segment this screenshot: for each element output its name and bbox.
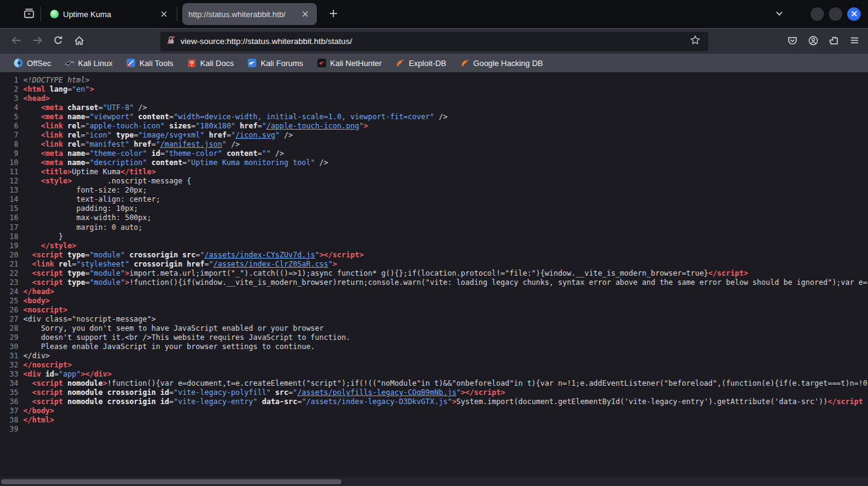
source-line: 30 Please enable JavaScript in your brow… — [0, 342, 868, 352]
source-line: 16 max-width: 500px; — [0, 213, 868, 223]
menu-button[interactable] — [844, 31, 865, 52]
url-bar[interactable]: view-source:http://status.whiterabbit.ht… — [160, 32, 708, 51]
source-link[interactable]: /assets/index-ClrZ0SaR.css — [213, 260, 328, 268]
source-line: 4 <meta charset="UTF-8" /> — [0, 103, 868, 112]
source-line: 37</body> — [0, 407, 868, 416]
bookmark-star-button[interactable] — [686, 33, 703, 50]
forward-icon — [32, 35, 43, 48]
kali-forums-icon — [247, 58, 257, 68]
bookmarks-bar: OffSecKali LinuxKali ToolsKali DocsKali … — [0, 54, 868, 72]
source-link[interactable]: /assets/index-CYsZUv7d.js — [204, 251, 315, 259]
source-link[interactable]: /manifest.json — [160, 140, 222, 149]
bookmark-kali-tools[interactable]: Kali Tools — [121, 57, 178, 69]
reload-button[interactable] — [48, 31, 69, 52]
star-icon — [690, 35, 700, 48]
source-link[interactable]: /icon.svg — [236, 131, 275, 139]
extensions-button[interactable] — [823, 31, 844, 52]
line-number: 10 — [0, 158, 18, 168]
source-line: 22 <script type="module">import.meta.url… — [0, 269, 868, 278]
firefox-view-button[interactable] — [18, 4, 39, 24]
source-line: 9 <meta name="theme-color" id="theme-col… — [0, 149, 868, 158]
source-line: 38</html> — [0, 416, 868, 425]
account-button[interactable] — [803, 31, 823, 52]
source-link[interactable]: /apple-touch-icon.png — [266, 122, 359, 130]
source-link[interactable]: /assets/polyfills-legacy-COqB9mNb.js — [297, 388, 456, 397]
source-line: 12 <style> .noscript-message { — [0, 177, 868, 186]
source-code: <style> .noscript-message { — [23, 177, 191, 186]
list-all-tabs-button[interactable] — [769, 4, 790, 24]
line-number: 1 — [0, 76, 18, 85]
bookmark-label: Kali NetHunter — [330, 59, 382, 68]
source-line: 13 font-size: 20px; — [0, 186, 868, 195]
chevron-down-icon — [775, 9, 784, 20]
back-icon — [11, 35, 22, 48]
view-source-content: 1<!DOCTYPE html>2<html lang="en">3<head>… — [0, 72, 868, 486]
source-line: 28 Sorry, you don't seem to have JavaScr… — [0, 324, 868, 333]
line-number: 28 — [0, 324, 18, 333]
bookmark-kali-nethunter[interactable]: Kali NetHunter — [312, 57, 387, 69]
line-number: 3 — [0, 94, 18, 103]
source-code: <body> — [23, 296, 50, 306]
source-line: 31</div> — [0, 352, 868, 361]
home-icon — [74, 35, 84, 48]
tab-uptime-kuma[interactable]: Uptime Kuma — [42, 3, 176, 25]
url-text[interactable]: view-source:http://status.whiterabbit.ht… — [180, 37, 686, 46]
line-number: 14 — [0, 195, 18, 204]
line-number: 12 — [0, 177, 18, 186]
source-line: 26<noscript> — [0, 306, 868, 315]
source-code: <meta name="description" content="Uptime… — [23, 158, 328, 168]
minimize-button[interactable] — [811, 7, 824, 21]
line-number: 36 — [0, 397, 18, 407]
kali-linux-icon — [65, 58, 75, 68]
bookmark-offsec[interactable]: OffSec — [9, 57, 56, 69]
source-code: <noscript> — [23, 306, 67, 315]
source-code: <script nomodule crossorigin id="vite-le… — [23, 388, 505, 397]
bookmark-kali-forums[interactable]: Kali Forums — [242, 57, 308, 69]
line-number: 35 — [0, 388, 18, 397]
source-code: text-align: center; — [23, 195, 160, 204]
tab-label: Uptime Kuma — [63, 10, 158, 19]
source-line: 11 <title>Uptime Kuma</title> — [0, 168, 868, 177]
line-number: 20 — [0, 251, 18, 260]
tab-status-whiterabbit[interactable]: http://status.whiterabbit.htb/ — [182, 3, 317, 25]
window-controls — [811, 7, 861, 21]
close-window-button[interactable] — [847, 7, 861, 21]
tab-separator — [40, 7, 41, 21]
line-number: 6 — [0, 122, 18, 131]
tab-close-icon[interactable] — [300, 6, 311, 22]
line-number: 21 — [0, 260, 18, 269]
line-number: 17 — [0, 223, 18, 232]
tab-close-icon[interactable] — [158, 6, 169, 22]
plus-icon — [329, 9, 338, 20]
source-line: 39 — [0, 425, 868, 434]
line-number: 37 — [0, 407, 18, 416]
new-tab-button[interactable] — [323, 4, 344, 24]
pocket-button[interactable] — [782, 31, 803, 52]
line-number: 32 — [0, 361, 18, 370]
bookmark-google-hacking-db[interactable]: Google Hacking DB — [455, 57, 548, 69]
forward-button[interactable] — [27, 31, 48, 52]
tab-bar: Uptime Kuma http://status.whiterabbit.ht… — [0, 0, 868, 28]
source-line: 10 <meta name="description" content="Upt… — [0, 158, 868, 168]
exploit-db-icon — [395, 58, 405, 68]
insecure-lock-icon[interactable] — [166, 35, 176, 47]
line-number: 22 — [0, 269, 18, 278]
scrollbar-thumb[interactable] — [1, 479, 341, 484]
source-code: <div id="app"></div> — [23, 370, 112, 379]
horizontal-scrollbar[interactable] — [0, 477, 868, 486]
bookmark-exploit-db[interactable]: Exploit-DB — [390, 57, 451, 69]
puzzle-icon — [829, 35, 839, 48]
source-code: padding: 10px; — [23, 204, 138, 213]
source-line: 33<div id="app"></div> — [0, 370, 868, 379]
bookmark-kali-docs[interactable]: Kali Docs — [182, 57, 239, 69]
bookmark-kali-linux[interactable]: Kali Linux — [60, 57, 117, 69]
home-button[interactable] — [69, 31, 89, 52]
maximize-button[interactable] — [829, 7, 842, 21]
line-number: 18 — [0, 232, 18, 241]
back-button[interactable] — [6, 31, 27, 52]
kali-tools-icon — [126, 58, 136, 68]
source-line: 36 <script nomodule crossorigin id="vite… — [0, 397, 868, 407]
source-line: 29 doesn't support it.<br />This website… — [0, 333, 868, 342]
source-code: </head> — [23, 287, 54, 296]
source-code: Sorry, you don't seem to have JavaScript… — [23, 324, 324, 333]
